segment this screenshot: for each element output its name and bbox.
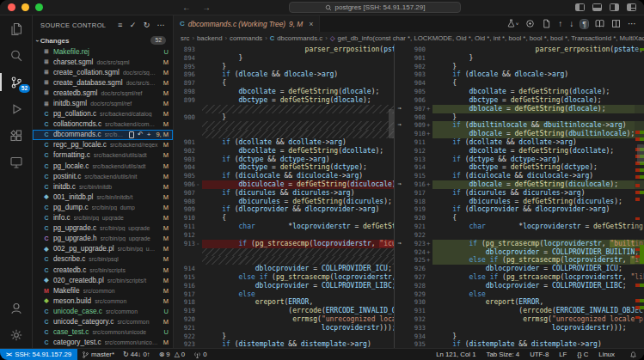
code-line[interactable]: 923 if (distemplate && distemplate->arg) [174,340,394,348]
code-line[interactable]: 900 } [174,113,394,122]
code-line[interactable] [174,105,394,113]
code-line[interactable]: 931 (errcode(ERRCODE_INVALID_OBJECT_DEFI… [395,307,644,315]
breadcrumb-item[interactable]: src [181,34,189,42]
close-window-button[interactable] [8,3,15,11]
code-line[interactable]: 905 dbcollate = defGetString(dlocale); [395,88,644,96]
code-line[interactable]: →916+ dblocale = defGetString(diculocale… [395,180,644,189]
code-line[interactable]: 895 } [174,63,394,71]
activity-source-control-icon[interactable]: 52 [0,69,33,95]
code-line[interactable]: 894 } [174,54,394,63]
toggle-secondary-sidebar-icon[interactable] [610,3,619,11]
code-line[interactable] [174,130,394,138]
file-row[interactable]: Cpg_upgrade.csrc/bin/pg_upgradeM [33,223,173,234]
code-line[interactable]: 930 ereport(ERROR, [395,298,644,307]
file-row[interactable]: Cpg_dump.csrc/bin/pg_dumpM [33,202,173,212]
diff-original-pane[interactable]: 893 parser_errposition(pstate, dencod894… [174,44,395,348]
code-line[interactable]: 905 if (diculocale && diculocale->arg) [174,172,394,180]
previous-change-icon[interactable]: ↑ [558,19,562,28]
code-line[interactable]: 935 if (distemplate && distemplate->arg) [395,340,644,348]
code-line[interactable]: 908 } [395,113,644,122]
discard-changes-icon[interactable]: ↶ [138,131,144,138]
cursor-position[interactable]: Ln 121, Col 1 [431,351,481,358]
code-line[interactable]: 910 { [174,214,394,223]
code-line[interactable]: 902 } [395,63,644,71]
file-row[interactable]: Cinfo.csrc/bin/pg_upgradeM [33,213,173,223]
file-row[interactable]: Cunicode_category.csrc/commonM [33,316,173,326]
remote-os[interactable]: Linux [593,351,620,358]
code-line[interactable]: 919 if (dlocprovider && dlocprovider->ar… [395,205,644,214]
file-row[interactable]: ◆002_pg_upgrade.plsrc/bin/pg_upgrade/tM [33,244,173,254]
file-row[interactable]: ≣initdb.sgmldoc/src/sgml/refM [33,98,173,108]
file-row[interactable]: Cpg_upgrade.hsrc/bin/pg_upgradeM [33,234,173,244]
code-line[interactable]: 904 dbctype = defGetString(dctype); [174,163,394,172]
file-row[interactable]: ≣charset.sgmldoc/src/sgmlM [33,57,173,67]
refresh-icon[interactable]: ↻ [144,21,150,29]
file-row[interactable]: Cpg_collation.csrc/backend/catalogM [33,109,173,119]
code-line[interactable]: 898 dbcollate = defGetString(dlocale); [174,88,394,96]
code-line[interactable]: 903 if (dctype && dctype->arg) [174,156,394,164]
code-line[interactable]: →923+ if (pg_strcasecmp(locproviderstr, … [395,240,644,248]
code-line[interactable]: 928 dblocprovider = COLLPROVIDER_LIBC; [395,282,644,290]
file-row[interactable]: ≣createdb.sgmldoc/src/sgml/refM [33,88,173,98]
command-center-search[interactable]: postgres [SSH: 54.91.157.29] [289,2,461,13]
code-line[interactable] [174,121,394,130]
revert-block-arrow-icon[interactable]: → [395,240,404,248]
language-mode[interactable]: {} C [572,351,593,358]
file-row[interactable]: Cpostinit.csrc/backend/utils/initM [33,171,173,181]
revert-block-arrow-icon[interactable]: → [395,180,404,189]
code-line[interactable]: 908 dbicurules = defGetString(dicurules)… [174,198,394,206]
code-line[interactable]: 933 locproviderstr))); [395,324,644,333]
encoding[interactable]: UTF-8 [524,351,554,358]
breadcrumb-item[interactable]: commands [230,34,262,42]
minimize-window-button[interactable] [21,3,29,11]
scrollbar-slider[interactable] [637,144,644,163]
open-changes-icon[interactable]: ˅ [506,19,519,28]
file-row[interactable]: ◆001_initdb.plsrc/bin/initdb/tM [33,192,173,202]
activity-explorer-icon[interactable] [0,15,33,42]
remote-indicator[interactable]: >< SSH: 54.91.157.29 [0,349,77,360]
eol[interactable]: LF [554,351,572,358]
code-line[interactable]: 906 dbctype = defGetString(dlocale); [395,96,644,105]
file-row[interactable]: Ccase_test.csrc/common/unicodeU [33,327,173,338]
code-line[interactable]: 921 locproviderstr))); [174,324,394,333]
revert-block-arrow-icon[interactable]: → [395,105,404,113]
overview-ruler[interactable] [635,44,644,348]
navigate-forward-icon[interactable]: → [202,0,211,15]
code-line[interactable]: 911 if (dcollate && dcollate->arg) [395,138,644,147]
code-line[interactable]: 927 else if (pg_strcasecmp(locproviderst… [395,273,644,282]
render-whitespace-icon[interactable]: ¶ [580,20,588,28]
file-row[interactable]: Ccreatedb.csrc/bin/scriptsM [33,265,173,275]
code-line[interactable]: 920 errmsg("unrecognized locale provider… [174,315,394,324]
activity-settings-icon[interactable] [0,321,33,348]
code-line[interactable]: 922 } [174,333,394,341]
code-line[interactable]: 919 (errcode(ERRCODE_INVALID_OBJECT_DEFI… [174,307,394,315]
ports-item[interactable]: 0 [189,349,211,360]
code-line[interactable]: 912 dbcollate = defGetString(dcollate); [395,147,644,156]
code-line[interactable] [174,256,394,265]
next-change-icon[interactable]: ↓ [569,19,573,28]
code-line[interactable]: 918 ereport(ERROR, [174,298,394,307]
code-line[interactable]: 896 if (dlocale && dlocale->arg) [174,70,394,79]
code-line[interactable]: 929 else [395,290,644,299]
code-line[interactable]: →909+ if (dbuiltinlocale && dbuiltinloca… [395,121,644,130]
breadcrumb-item[interactable]: dbcommands.c [277,34,322,42]
code-line[interactable]: 918 dbicurules = defGetString(dicurules)… [395,198,644,206]
inline-view-icon[interactable] [595,19,604,28]
code-line[interactable]: 903 if (dlocale && dlocale->arg) [395,70,644,79]
code-line[interactable]: 916 dblocprovider = COLLPROVIDER_LIBC; [174,282,394,290]
activity-extensions-icon[interactable] [0,122,33,149]
open-file-icon[interactable] [129,131,134,138]
split-editor-icon[interactable] [611,19,621,28]
code-line[interactable]: 917 if (dicurules && dicurules->arg) [395,189,644,198]
zoom-window-button[interactable] [35,3,43,11]
file-row[interactable]: ≣create_database.sgmldoc/src/sgml/refM [33,77,173,88]
changes-section-header[interactable]: › Changes 52 [33,34,173,46]
activity-remote-explorer-icon[interactable] [0,149,33,175]
code-line[interactable]: 902 dbcollate = defGetString(dcollate); [174,147,394,156]
diff-modified-pane[interactable]: 900 parser_errposition(pstate, dencod901… [395,44,644,348]
code-line[interactable]: 901 if (dcollate && dcollate->arg) [174,138,394,147]
code-line[interactable]: 922 [395,231,644,240]
code-line[interactable]: 917 else [174,290,394,299]
file-row[interactable]: ≣Makefile.rejU [33,46,173,57]
code-line[interactable]: 914 dbctype = defGetString(dctype); [395,163,644,172]
